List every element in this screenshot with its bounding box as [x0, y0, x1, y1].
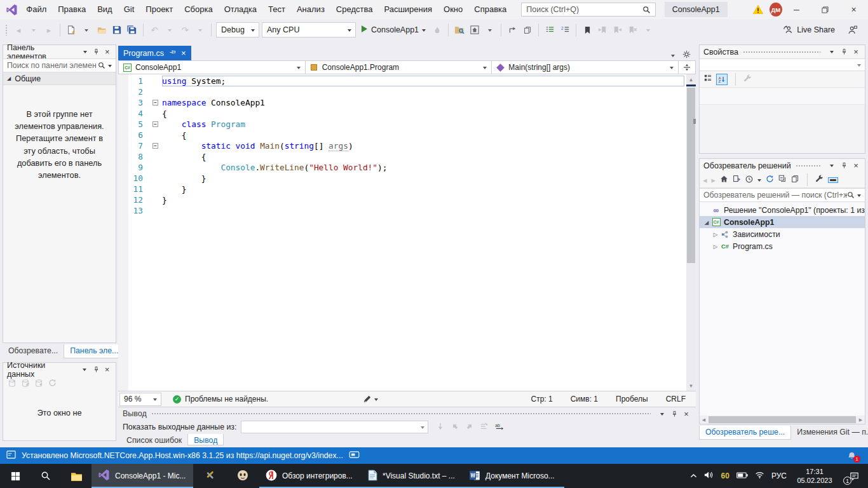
menu-item-3[interactable]: Git — [118, 0, 140, 19]
new-project-button[interactable] — [64, 22, 78, 37]
code-editor[interactable]: 1using System;23−namespace ConsoleApp14{… — [118, 74, 696, 391]
output-window-icon[interactable] — [6, 451, 16, 461]
taskbar-app-vs[interactable]: ConsoleApp1 - Mic... — [92, 464, 193, 488]
menu-item-8[interactable]: Анализ — [291, 0, 330, 19]
output-title-bar[interactable]: Вывод × — [118, 407, 696, 420]
filter-caret[interactable] — [757, 179, 761, 184]
collapse-region-icon[interactable]: − — [153, 121, 158, 127]
live-share-button[interactable]: Live Share — [783, 25, 835, 36]
save-button[interactable] — [110, 22, 124, 37]
close-icon[interactable]: × — [851, 161, 861, 171]
taskbar-app-game[interactable] — [226, 464, 259, 488]
refresh-icon[interactable] — [766, 175, 774, 185]
code-line[interactable]: 13 — [118, 205, 686, 216]
collapse-all-icon[interactable] — [778, 175, 787, 185]
pin-icon[interactable] — [669, 409, 679, 419]
scrollbar-thumb[interactable] — [709, 416, 856, 423]
code-line[interactable]: 7− static void Main(string[] args) — [118, 140, 686, 151]
code-text[interactable]: class Program — [162, 119, 684, 130]
code-text[interactable]: namespace ConsoleApp1 — [162, 97, 684, 108]
code-text[interactable]: using System; — [162, 76, 684, 86]
window-position-caret[interactable] — [827, 47, 837, 57]
view-output-icon[interactable] — [349, 451, 360, 460]
search-icon[interactable] — [98, 62, 112, 69]
vertical-scrollbar[interactable]: ▲ ▼ — [686, 74, 696, 391]
code-text[interactable] — [162, 86, 684, 97]
code-line[interactable]: 4{ — [118, 108, 686, 119]
find-message-icon[interactable] — [437, 423, 444, 432]
close-icon[interactable]: × — [102, 365, 112, 375]
menu-item-2[interactable]: Вид — [92, 0, 118, 19]
alphabetical-sort-icon[interactable]: AZ — [716, 74, 728, 85]
next-message-icon[interactable] — [466, 423, 473, 432]
clock[interactable]: 17:31 05.02.2023 — [794, 467, 836, 485]
categorized-view-icon[interactable] — [704, 74, 712, 84]
start-button[interactable] — [0, 464, 31, 488]
code-line[interactable]: 8 { — [118, 151, 686, 162]
code-line[interactable]: 10 } — [118, 173, 686, 184]
pin-icon[interactable] — [169, 49, 176, 58]
code-text[interactable]: } — [162, 173, 684, 184]
solution-explorer-title-bar[interactable]: Обозреватель решений × — [700, 159, 865, 172]
toolbar-grip[interactable] — [5, 24, 8, 36]
document-tab-program-cs[interactable]: Program.cs × — [118, 46, 191, 60]
open-file-button[interactable] — [95, 22, 109, 37]
type-dropdown[interactable]: ConsoleApp1.Program — [305, 60, 492, 74]
window-position-caret[interactable] — [80, 47, 90, 57]
line-ending-indicator[interactable]: CRLF — [666, 395, 686, 403]
left-tab-1[interactable]: Панель эле... — [64, 344, 125, 358]
search-icon[interactable] — [642, 6, 651, 14]
horizontal-scrollbar[interactable]: ◀ ▶ — [700, 416, 865, 424]
scroll-up-arrow[interactable]: ▲ — [686, 75, 696, 84]
code-line[interactable]: 1using System; — [118, 76, 686, 86]
menu-item-12[interactable]: Справка — [468, 0, 512, 19]
window-position-caret[interactable] — [827, 161, 837, 171]
pin-icon[interactable] — [92, 365, 101, 375]
restore-button[interactable] — [811, 0, 839, 19]
right-tab-1[interactable]: Изменения Git — п... — [791, 426, 868, 440]
solution-name-chip[interactable]: ConsoleApp1 — [665, 2, 728, 17]
expander-icon[interactable]: ◢ — [702, 219, 711, 226]
copy-structure-button[interactable] — [520, 22, 534, 37]
tree-item-0[interactable]: ∞Решение "ConsoleApp1" (проекты: 1 из 1) — [700, 204, 865, 216]
menu-item-6[interactable]: Отладка — [219, 0, 262, 19]
clear-all-icon[interactable] — [480, 423, 488, 432]
solution-platform-select[interactable]: Any CPU — [262, 22, 356, 37]
expander-icon[interactable]: ▷ — [711, 231, 720, 238]
sync-with-active-document-icon[interactable] — [733, 175, 741, 185]
output-tab-0[interactable]: Список ошибок — [121, 434, 187, 445]
properties-title-bar[interactable]: Свойства × — [700, 45, 865, 58]
scope-caret[interactable] — [483, 22, 497, 37]
scroll-right-arrow[interactable]: ▶ — [857, 417, 865, 423]
prev-bookmark-button[interactable] — [595, 22, 609, 37]
solution-configuration-select[interactable]: Debug — [216, 22, 259, 37]
menu-item-1[interactable]: Правка — [52, 0, 92, 19]
taskbar-app-yandex[interactable]: Обзор интегриров... — [259, 464, 361, 488]
menu-item-5[interactable]: Сборка — [179, 0, 219, 19]
scroll-left-arrow[interactable]: ◀ — [700, 417, 708, 423]
taskbar-app-tools[interactable] — [193, 464, 226, 488]
prev-message-icon[interactable] — [451, 423, 459, 432]
language-indicator[interactable]: РУС — [771, 471, 787, 480]
solution-explorer-search-input[interactable]: Обозреватель решений — поиск (Ctrl+ж — [700, 188, 865, 202]
expander-icon[interactable]: ▷ — [711, 243, 720, 250]
window-position-caret[interactable] — [657, 409, 667, 419]
zoom-select[interactable]: 96 % — [119, 393, 161, 406]
undo-button[interactable]: ↶ — [147, 22, 161, 37]
speaker-icon[interactable] — [704, 471, 714, 481]
menu-item-7[interactable]: Тест — [262, 0, 291, 19]
editor-options-gear-icon[interactable] — [682, 50, 691, 60]
column-indicator[interactable]: Симв: 1 — [571, 395, 598, 403]
tree-item-1[interactable]: ◢C#ConsoleApp1 — [700, 216, 865, 228]
navigate-forward-button[interactable]: ▸ — [42, 22, 56, 37]
line-indicator[interactable]: Стр: 1 — [531, 395, 553, 403]
menu-item-4[interactable]: Проект — [140, 0, 179, 19]
minimize-button[interactable] — [782, 0, 811, 19]
close-icon[interactable]: × — [851, 47, 861, 57]
property-pages-wrench-icon[interactable] — [743, 74, 752, 85]
format-lines-icon[interactable]: 2 — [558, 22, 572, 37]
taskbar-app-notepad[interactable]: *Visual Studio.txt – ... — [361, 464, 463, 488]
bookmark-button[interactable] — [580, 22, 594, 37]
navigate-back-caret[interactable] — [27, 22, 41, 37]
close-button[interactable]: × — [839, 0, 868, 19]
